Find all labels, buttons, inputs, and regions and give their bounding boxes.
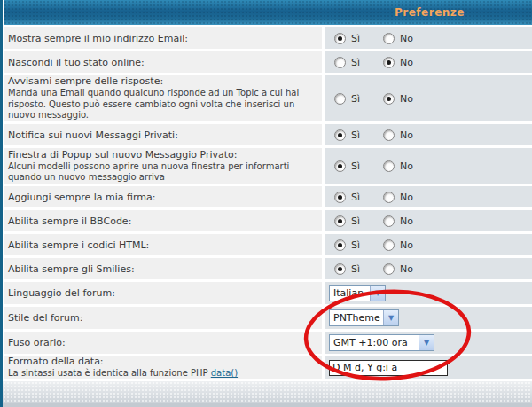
radio-group: Sì No (334, 263, 532, 275)
row-label: Notifica sui nuovi Messaggi Privati: (8, 129, 318, 141)
preferences-panel: Preferenze Mostra sempre il mio indirizz… (0, 0, 532, 407)
chevron-down-icon: ▼ (370, 286, 385, 301)
timezone-select[interactable]: GMT +1:00 ora ▼ (329, 334, 434, 351)
radio-yes-label: Sì (351, 129, 360, 141)
select-value: PNTheme (333, 312, 380, 324)
page-title: Preferenze (395, 6, 465, 19)
radio-no-label: No (400, 160, 413, 172)
radio-yes-label: Sì (351, 192, 360, 203)
row-enable-html: Abilita sempre i codici HTML: Sì No (4, 234, 532, 255)
row-label: Linguaggio del forum: (8, 287, 318, 299)
sublabel-text: La sintassi usata è identica alla funzio… (8, 368, 211, 378)
radio-group: Sì No (334, 57, 532, 68)
radio-yes[interactable] (334, 57, 346, 68)
radio-no[interactable] (383, 192, 395, 203)
radio-yes[interactable] (334, 192, 346, 203)
row-label: Stile del forum: (8, 312, 318, 324)
row-label: Abilita sempre gli Smilies: (8, 263, 318, 275)
row-label: Finestra di Popup sul nuovo Messaggio Pr… (8, 149, 318, 160)
radio-yes[interactable] (334, 129, 346, 141)
select-value: Italian (333, 287, 364, 299)
radio-group: Sì No (334, 192, 532, 203)
forum-style-select[interactable]: PNTheme ▼ (329, 309, 399, 326)
date-format-input[interactable] (329, 360, 448, 376)
row-show-email: Mostra sempre il mio indirizzo Email: Sì… (4, 27, 532, 49)
php-date-function-link[interactable]: data() (211, 368, 238, 378)
radio-yes[interactable] (334, 239, 346, 251)
panel-header: Preferenze (4, 0, 532, 25)
row-label: Nascondi il tuo stato online: (8, 57, 318, 68)
radio-no[interactable] (383, 93, 395, 105)
radio-yes[interactable] (334, 93, 346, 105)
select-value: GMT +1:00 ora (333, 337, 408, 348)
radio-no[interactable] (383, 57, 395, 68)
radio-no-label: No (400, 215, 413, 227)
radio-group: Sì No (334, 129, 532, 141)
preferences-table: Mostra sempre il mio indirizzo Email: Sì… (4, 27, 532, 379)
radio-no[interactable] (383, 129, 395, 141)
row-enable-bbcode: Abilita sempre il BBCode: Sì No (4, 210, 532, 231)
row-label: Formato della data: (8, 356, 318, 367)
row-attach-signature: Aggiungi sempre la mia firma: Sì No (4, 186, 532, 207)
radio-no-label: No (400, 57, 413, 68)
row-pm-popup: Finestra di Popup sul nuovo Messaggio Pr… (4, 148, 532, 184)
radio-yes-label: Sì (351, 57, 360, 68)
radio-yes[interactable] (334, 33, 346, 44)
row-sublabel: La sintassi usata è identica alla funzio… (8, 368, 318, 380)
radio-group: Sì No (334, 33, 532, 44)
radio-no-label: No (400, 33, 413, 44)
row-label: Aggiungi sempre la mia firma: (8, 192, 318, 203)
row-label: Mostra sempre il mio indirizzo Email: (8, 33, 318, 44)
radio-yes[interactable] (334, 160, 346, 172)
radio-no-label: No (400, 192, 413, 203)
chevron-down-icon: ▼ (419, 335, 434, 350)
row-label: Fuso orario: (8, 337, 318, 348)
radio-yes[interactable] (334, 215, 346, 227)
row-reply-notify: Avvisami sempre delle risposte: Manda un… (4, 75, 532, 121)
radio-yes-label: Sì (351, 263, 360, 275)
forum-language-select[interactable]: Italian ▼ (329, 285, 386, 301)
row-forum-style: Stile del forum: PNTheme ▼ (4, 307, 532, 329)
chevron-down-icon: ▼ (383, 310, 398, 325)
radio-group: Sì No (334, 160, 532, 172)
row-label: Abilita sempre il BBCode: (8, 215, 318, 227)
radio-group: Sì No (334, 239, 532, 251)
radio-no[interactable] (383, 263, 395, 275)
row-pm-notify: Notifica sui nuovi Messaggi Privati: Sì … (4, 124, 532, 145)
radio-yes[interactable] (334, 263, 346, 275)
radio-yes-label: Sì (351, 160, 360, 172)
radio-yes-label: Sì (351, 33, 360, 44)
footer-bar (3, 381, 532, 403)
radio-yes-label: Sì (351, 93, 360, 105)
radio-no-label: No (400, 129, 413, 141)
row-forum-language: Linguaggio del forum: Italian ▼ (4, 282, 532, 304)
row-date-format: Formato della data: La sintassi usata è … (4, 356, 532, 379)
radio-no[interactable] (383, 33, 395, 44)
footer-edge (3, 403, 532, 407)
radio-yes-label: Sì (351, 239, 360, 251)
radio-yes-label: Sì (351, 215, 360, 227)
radio-no-label: No (400, 239, 413, 251)
radio-no[interactable] (383, 239, 395, 251)
radio-group: Sì No (334, 93, 532, 105)
radio-no-label: No (400, 93, 413, 105)
row-hide-online-status: Nascondi il tuo stato online: Sì No (4, 51, 532, 73)
row-timezone: Fuso orario: GMT +1:00 ora ▼ (4, 332, 532, 354)
row-label: Abilita sempre i codici HTML: (8, 239, 318, 251)
row-sublabel: Manda una Email quando qualcuno risponde… (8, 88, 318, 121)
row-label: Avvisami sempre delle risposte: (8, 75, 318, 87)
radio-no-label: No (400, 263, 413, 275)
radio-group: Sì No (334, 215, 532, 227)
radio-no[interactable] (383, 160, 395, 172)
row-sublabel: Alcuni modelli possono aprire una nuova … (8, 161, 318, 184)
radio-no[interactable] (383, 215, 395, 227)
row-enable-smilies: Abilita sempre gli Smilies: Sì No (4, 258, 532, 279)
